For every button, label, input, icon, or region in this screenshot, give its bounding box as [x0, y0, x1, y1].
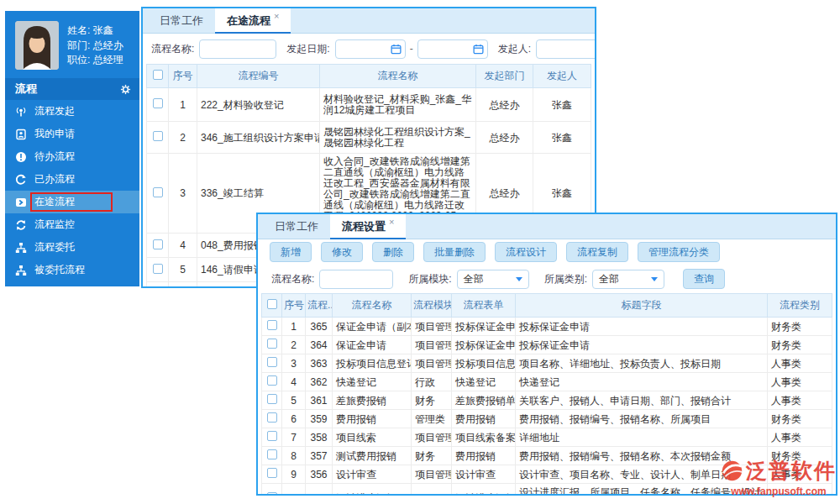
- cell-flow-module: 财务: [412, 391, 452, 410]
- transit-badge-icon: [15, 197, 27, 208]
- annotation-highlight-box: [30, 192, 113, 212]
- table-row[interactable]: 2 346_施工组织设计方案申请 晟铭园林绿化工程组织设计方案_晟铭园林绿化工程…: [147, 122, 591, 154]
- profile-name: 姓名: 张鑫: [67, 24, 123, 38]
- table-row[interactable]: 4 362 快递登记 行政 快递登记 快递登记 人事类: [262, 373, 832, 391]
- row-checkbox[interactable]: [267, 357, 277, 367]
- table-row[interactable]: 9 356 设计审查 项目管理 设计审查 设计审查、项目名称、专业、设计人、制单…: [262, 465, 832, 484]
- bg-tabbar: 日常工作 在途流程×: [143, 8, 595, 34]
- tab-in-transit-flows[interactable]: 在途流程×: [215, 8, 291, 34]
- profile-position: 职位: 总经理: [67, 53, 123, 67]
- select-all-checkbox[interactable]: [267, 299, 277, 309]
- row-checkbox[interactable]: [267, 412, 277, 423]
- row-checkbox[interactable]: [267, 339, 277, 349]
- row-checkbox[interactable]: [267, 320, 277, 330]
- table-row[interactable]: 10 355 设计进度汇报 项目管理 设计进度汇报 设计进度汇报、所属项目、任务…: [262, 484, 832, 496]
- cell-flow-module: 项目管理: [412, 484, 452, 496]
- cell-title-fields: 投标保证金申请: [516, 336, 768, 354]
- flow-design-button[interactable]: 流程设计: [495, 242, 557, 262]
- category-select[interactable]: 全部: [592, 270, 664, 289]
- sidebar-item-my-applications[interactable]: 我的申请: [5, 123, 139, 145]
- cell-flow-module: 财务: [412, 447, 452, 465]
- tab-flow-settings[interactable]: 流程设置×: [330, 214, 406, 239]
- sidebar-item-in-transit-flows[interactable]: 在途流程: [5, 191, 139, 213]
- flow-name-input[interactable]: [319, 270, 393, 289]
- sidebar-item-flow-start[interactable]: 流程发起: [5, 100, 139, 123]
- row-checkbox[interactable]: [267, 492, 277, 496]
- row-select-cell: [262, 428, 282, 447]
- fg-toolbar: 新增 修改 删除 批量删除 流程设计 流程复制 管理流程分类: [258, 239, 836, 265]
- cell-flow-category: 财务类: [768, 410, 832, 428]
- table-row[interactable]: 7 358 项目线索 项目管理 项目线索备案 详细地址 人事类: [262, 428, 832, 447]
- sidebar-item-delegated-flows[interactable]: 被委托流程: [5, 259, 139, 281]
- sidebar-item-flow-monitor[interactable]: 流程监控: [5, 213, 139, 236]
- cell-title-fields: 关联客户、报销人、申请日期、部门、报销合计: [516, 391, 768, 410]
- row-checkbox[interactable]: [153, 264, 163, 274]
- row-checkbox[interactable]: [153, 239, 163, 249]
- row-checkbox[interactable]: [267, 449, 277, 459]
- row-select-cell: [262, 373, 282, 391]
- select-all-checkbox[interactable]: [153, 70, 163, 80]
- cell-flow-name: 材料验收登记_材料采购_张鑫_华润12城房建工程项目: [320, 88, 476, 122]
- cell-flow-id: 358: [306, 428, 333, 447]
- select-all-header: [147, 65, 169, 88]
- calendar-icon[interactable]: [391, 44, 402, 55]
- add-button[interactable]: 新增: [270, 242, 312, 262]
- row-checkbox[interactable]: [153, 288, 163, 289]
- row-checkbox[interactable]: [267, 431, 277, 441]
- flow-settings-window: 日常工作 流程设置× 新增 修改 删除 批量删除 流程设计 流程复制 管理流程分…: [256, 213, 837, 496]
- row-checkbox[interactable]: [267, 375, 277, 386]
- flow-name-label: 流程名称:: [271, 272, 314, 286]
- row-checkbox[interactable]: [153, 131, 163, 141]
- table-row[interactable]: 2 364 保证金申请 项目管理 投标保证金申请 投标保证金申请 财务类: [262, 336, 832, 354]
- module-select[interactable]: 全部: [457, 270, 529, 289]
- cell-flow-module: 项目管理: [412, 354, 452, 373]
- cell-flow-category: 财务类: [768, 447, 832, 465]
- tab-daily-work[interactable]: 日常工作: [148, 8, 215, 34]
- initiator-input[interactable]: [536, 39, 596, 59]
- row-checkbox[interactable]: [267, 468, 277, 478]
- gear-icon[interactable]: [120, 84, 131, 95]
- edit-button[interactable]: 修改: [321, 242, 363, 262]
- sitemap-icon: [15, 265, 27, 276]
- row-select-cell: [147, 88, 169, 122]
- flow-name-input[interactable]: [199, 39, 276, 59]
- sidebar-item-finished-flows[interactable]: 已办流程: [5, 168, 139, 191]
- cell-flow-name: 快递登记: [333, 373, 412, 391]
- row-select-cell: [147, 154, 169, 234]
- table-row[interactable]: 1 365 保证金申请（副本） 项目管理 投标保证金申请 投标保证金申请 财务类: [262, 318, 832, 336]
- cell-seq: 2: [169, 122, 197, 154]
- sidebar-item-pending-flows[interactable]: 待办流程: [5, 145, 139, 168]
- search-button[interactable]: 查询: [683, 269, 725, 289]
- row-checkbox[interactable]: [153, 98, 163, 108]
- close-icon[interactable]: ×: [389, 217, 394, 227]
- tab-label: 日常工作: [275, 220, 318, 233]
- cell-seq: 8: [282, 447, 306, 465]
- table-row[interactable]: 1 222_材料验收登记 材料验收登记_材料采购_张鑫_华润12城房建工程项目 …: [147, 88, 591, 122]
- flow-copy-button[interactable]: 流程复制: [566, 242, 628, 262]
- delete-button[interactable]: 删除: [372, 242, 414, 262]
- table-row[interactable]: 6 359 费用报销 管理类 费用报销 费用报销、报销编号、报销名称、所属项目 …: [262, 410, 832, 428]
- col-flow-name: 流程名称: [333, 294, 412, 318]
- exclamation-circle-icon: [15, 151, 27, 163]
- row-checkbox[interactable]: [153, 187, 163, 197]
- tab-daily-work[interactable]: 日常工作: [263, 214, 330, 239]
- cell-flow-category: 人事类: [768, 465, 832, 484]
- sidebar-item-flow-delegate[interactable]: 流程委托: [5, 236, 139, 259]
- batch-delete-button[interactable]: 批量删除: [423, 242, 486, 262]
- row-checkbox[interactable]: [267, 394, 277, 404]
- module-label: 所属模块:: [408, 272, 451, 286]
- table-header-row: 序号 流程... 流程名称 流程模块 流程表单 标题字段 流程类别: [262, 294, 832, 318]
- row-select-cell: [262, 465, 282, 484]
- row-select-cell: [262, 410, 282, 428]
- table-row[interactable]: 3 363 投标项目信息登记 项目管理 投标项目信息登记 项目名称、详细地址、投…: [262, 354, 832, 373]
- table-row[interactable]: 5 361 差旅费报销 财务 差旅费报销单 关联客户、报销人、申请日期、部门、报…: [262, 391, 832, 410]
- cell-flow-form: 费用报销: [452, 410, 516, 428]
- cell-seq: 3: [169, 154, 197, 234]
- cell-flow-name: 设计进度汇报: [333, 484, 412, 496]
- sidebar-item-label: 待办流程: [34, 150, 75, 164]
- table-row[interactable]: 8 357 测试费用报销 财务 费用报销 费用报销、报销编号、报销名称、本次报销…: [262, 447, 832, 465]
- calendar-icon[interactable]: [473, 44, 484, 55]
- close-icon[interactable]: ×: [274, 11, 279, 21]
- cell-seq: 10: [282, 484, 306, 496]
- manage-category-button[interactable]: 管理流程分类: [638, 242, 720, 262]
